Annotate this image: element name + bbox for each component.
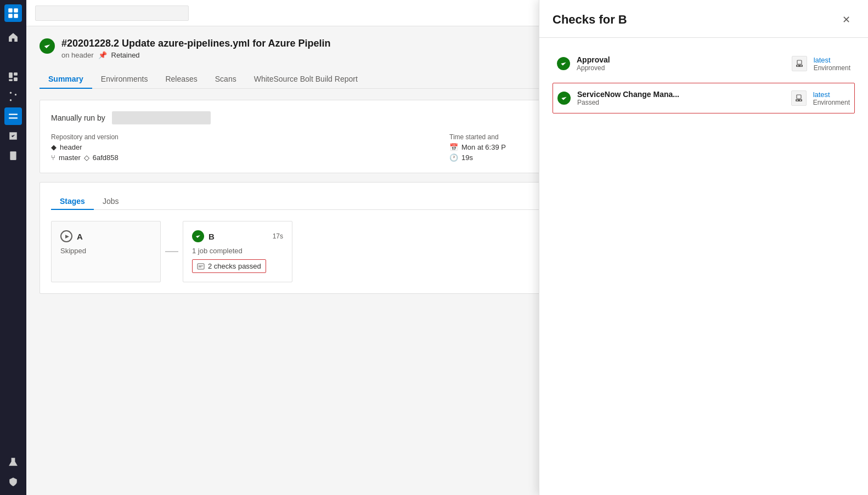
close-button[interactable]: ✕ (837, 11, 855, 29)
duration: 19s (461, 153, 473, 162)
approval-name: Approval (577, 55, 610, 64)
check-right-approval: latest Environment (792, 56, 850, 72)
svg-point-16 (801, 65, 802, 66)
tab-jobs[interactable]: Jobs (94, 194, 128, 210)
branch-name: master (59, 153, 81, 162)
svg-rect-12 (198, 264, 204, 269)
repo-name-row: ◆ header (51, 143, 445, 151)
branch-commit-row: ⑂ master ◇ 6afd858 (51, 153, 445, 162)
sidebar-item-home[interactable] (4, 29, 22, 46)
repo-label: Repository and version (51, 133, 445, 141)
sidebar-item-create[interactable] (4, 48, 22, 66)
user-avatar-placeholder (112, 111, 211, 124)
tab-whitesource[interactable]: WhiteSource Bolt Build Report (245, 70, 367, 89)
sidebar (0, 0, 26, 495)
sidebar-item-shield[interactable] (4, 473, 22, 491)
stage-b-header: B 17s (192, 230, 283, 242)
env-link-approval[interactable]: latest (814, 56, 850, 64)
manually-run-label: Manually run by (51, 113, 105, 122)
check-right-servicenow: latest Environment (791, 90, 850, 106)
stage-b-box[interactable]: B 17s 1 job completed 2 checks passed (183, 221, 292, 282)
sidebar-item-flask[interactable] (4, 453, 22, 471)
repo-name[interactable]: header (60, 143, 82, 151)
sidebar-item-testplans[interactable] (4, 127, 22, 145)
tab-summary[interactable]: Summary (40, 70, 92, 89)
subtitle-on-header: on header (61, 51, 94, 59)
svg-rect-7 (9, 79, 13, 81)
env-icon-approval (792, 56, 807, 71)
main-content: #20201228.2 Update azure-pipelines.yml f… (26, 0, 868, 495)
env-link-servicenow[interactable]: latest (813, 90, 850, 99)
connector-line (165, 251, 178, 252)
overlay-title: Checks for B (553, 13, 627, 27)
repo-icon: ◆ (51, 143, 57, 151)
svg-rect-1 (14, 8, 18, 13)
tab-environments[interactable]: Environments (92, 70, 157, 89)
stage-a-status: Skipped (60, 247, 151, 255)
checks-passed-badge[interactable]: 2 checks passed (192, 259, 266, 273)
stage-connector (161, 221, 183, 282)
time-started: Mon at 6:39 P (461, 143, 506, 151)
env-icon-servicenow (791, 90, 807, 106)
search-box[interactable] (35, 5, 189, 21)
skip-icon (60, 230, 72, 242)
branch-icon: ⑂ (51, 153, 55, 162)
success-icon (192, 230, 204, 242)
servicenow-info: ServiceNow Change Mana... Passed (577, 90, 679, 106)
env-info-approval: latest Environment (814, 56, 850, 72)
overlay-content: Approval Approved latest (539, 38, 868, 495)
tab-releases[interactable]: Releases (156, 70, 206, 89)
svg-rect-2 (8, 14, 13, 18)
approval-check-icon (557, 57, 570, 70)
svg-rect-18 (797, 95, 801, 99)
servicenow-name: ServiceNow Change Mana... (577, 90, 679, 99)
app-icon[interactable] (4, 4, 22, 22)
check-row-servicenow: ServiceNow Change Mana... Passed (553, 83, 855, 113)
stage-a-name: A (77, 232, 83, 241)
pipeline-subtitle: on header 📌 Retained (61, 51, 331, 59)
stage-a-header: A (60, 230, 151, 242)
approval-status: Approved (577, 64, 610, 72)
svg-point-19 (797, 100, 798, 101)
pipeline-status-icon (40, 38, 55, 54)
commit-hash[interactable]: 6afd858 (93, 153, 119, 162)
svg-rect-4 (9, 72, 13, 78)
diamond-sep: ◇ (84, 153, 89, 162)
stage-b-status: 1 job completed (192, 247, 283, 255)
calendar-icon: 📅 (449, 143, 458, 151)
svg-point-15 (797, 65, 798, 66)
svg-rect-17 (796, 99, 802, 101)
svg-rect-3 (14, 14, 18, 18)
svg-rect-5 (14, 72, 18, 76)
approval-info: Approval Approved (577, 55, 610, 72)
stage-b-name: B (208, 232, 215, 241)
sidebar-item-repos[interactable] (4, 88, 22, 105)
env-info-servicenow: latest Environment (813, 90, 850, 106)
pipeline-title: #20201228.2 Update azure-pipelines.yml f… (61, 37, 331, 50)
check-left-approval: Approval Approved (557, 55, 610, 72)
clock-icon: 🕐 (449, 153, 458, 162)
svg-rect-14 (797, 60, 802, 64)
checks-overlay: Checks for B ✕ Approval Approved (539, 0, 868, 495)
sidebar-item-boards[interactable] (4, 68, 22, 86)
stage-a-box[interactable]: A Skipped (51, 221, 161, 282)
retained-label: Retained (111, 51, 140, 59)
svg-rect-13 (796, 65, 803, 67)
tab-stages[interactable]: Stages (51, 194, 94, 210)
svg-point-9 (10, 99, 12, 101)
servicenow-status: Passed (577, 99, 679, 106)
servicenow-check-icon (557, 92, 571, 105)
sidebar-item-pipelines[interactable] (4, 107, 22, 125)
check-row-approval: Approval Approved latest (553, 49, 855, 78)
pin-icon: 📌 (98, 51, 107, 59)
tab-scans[interactable]: Scans (206, 70, 245, 89)
stage-b-time: 17s (273, 232, 283, 240)
check-left-servicenow: ServiceNow Change Mana... Passed (557, 90, 679, 106)
overlay-header: Checks for B ✕ (539, 0, 868, 38)
svg-point-20 (800, 100, 801, 101)
svg-rect-11 (10, 151, 16, 160)
env-label-approval: Environment (814, 64, 850, 72)
repo-section: Repository and version ◆ header ⑂ master… (51, 133, 445, 162)
sidebar-item-artifacts[interactable] (4, 147, 22, 164)
svg-point-8 (10, 92, 12, 94)
